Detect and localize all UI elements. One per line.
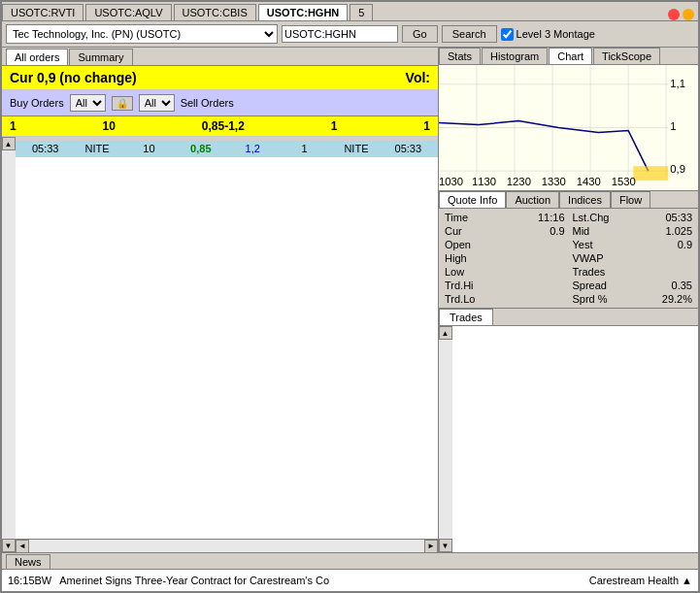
cur-text: Cur 0,9 (no change) bbox=[10, 70, 137, 85]
news-time: 16:15 bbox=[8, 575, 35, 586]
svg-text:0,9: 0,9 bbox=[670, 163, 685, 175]
lock-icon-button[interactable]: 🔒 bbox=[112, 96, 133, 111]
sell-orders-label: Sell Orders bbox=[181, 97, 234, 109]
tab-aqlv[interactable]: USOTC:AQLV bbox=[85, 4, 171, 20]
qi-spread: Spread 0.35 bbox=[571, 279, 695, 292]
h-scroll-track bbox=[29, 540, 424, 553]
qi-sprdpct: Sprd % 29.2% bbox=[571, 292, 695, 306]
tab-rvti[interactable]: USOTC:RVTI bbox=[2, 4, 83, 20]
news-tab-row: News bbox=[2, 553, 698, 569]
subtab-summary[interactable]: Summary bbox=[69, 49, 132, 65]
qi-trades: Trades bbox=[571, 265, 695, 279]
tab-histogram[interactable]: Histogram bbox=[482, 48, 548, 64]
order-summary-row: 1 10 0,85-1,2 1 1 bbox=[2, 116, 438, 137]
qi-trades-label: Trades bbox=[573, 266, 606, 278]
trades-tab-bar: Trades bbox=[439, 309, 698, 326]
qi-time-value: 11:16 bbox=[538, 212, 565, 223]
row-time2: 05:33 bbox=[383, 143, 434, 154]
right-tab-bar: Stats Histogram Chart TickScope bbox=[439, 48, 698, 65]
tab-chart[interactable]: Chart bbox=[549, 48, 592, 64]
buy-filter-select[interactable]: All bbox=[70, 94, 106, 112]
window-controls bbox=[668, 9, 698, 20]
news-ticker: Carestream Health ▲ bbox=[589, 575, 692, 586]
chart-svg: 1,1 1 0,9 1030 1130 1230 1330 1430 1530 bbox=[439, 65, 698, 190]
qi-low: Low bbox=[443, 265, 567, 279]
row-ask: 1,2 bbox=[227, 143, 279, 154]
quote-tab-indices[interactable]: Indices bbox=[559, 191, 611, 208]
qi-trdhi: Trd.Hi bbox=[443, 279, 567, 292]
row-firm1: NITE bbox=[71, 143, 122, 154]
trades-scroll-track bbox=[439, 340, 452, 539]
search-button[interactable]: Search bbox=[442, 25, 497, 43]
scroll-down-btn[interactable]: ▼ bbox=[2, 539, 16, 552]
qi-cur-label: Cur bbox=[445, 225, 462, 237]
news-tab[interactable]: News bbox=[6, 554, 50, 569]
qi-sprdpct-label: Sprd % bbox=[573, 293, 608, 305]
qi-yest-label: Yest bbox=[573, 239, 593, 250]
tab-bar: USOTC:RVTI USOTC:AQLV USOTC:CBIS USOTC:H… bbox=[2, 2, 698, 21]
qi-lstchg-value: 05:33 bbox=[665, 212, 692, 223]
trades-scroll-up[interactable]: ▲ bbox=[439, 326, 452, 340]
tab-tickscope[interactable]: TickScope bbox=[593, 48, 660, 64]
scroll-track bbox=[2, 150, 16, 539]
scroll-left-btn[interactable]: ◄ bbox=[16, 540, 29, 553]
minimize-button[interactable] bbox=[683, 9, 694, 20]
summary-col1: 1 bbox=[10, 119, 17, 133]
qi-trdlo-label: Trd.Lo bbox=[445, 293, 475, 305]
summary-col3: 0,85-1,2 bbox=[202, 119, 245, 133]
go-button[interactable]: Go bbox=[402, 25, 438, 43]
symbol-input[interactable] bbox=[282, 25, 398, 43]
qi-trdhi-label: Trd.Hi bbox=[445, 280, 474, 291]
qi-vwap-label: VWAP bbox=[573, 252, 604, 264]
side-scrollbar[interactable]: ▲ ▼ bbox=[2, 137, 16, 552]
main-window: USOTC:RVTI USOTC:AQLV USOTC:CBIS USOTC:H… bbox=[0, 0, 700, 593]
qi-mid: Mid 1.025 bbox=[571, 224, 695, 238]
buy-orders-label: Buy Orders bbox=[10, 97, 64, 109]
svg-rect-10 bbox=[633, 166, 668, 181]
left-panel: All orders Summary Cur 0,9 (no change) V… bbox=[2, 48, 439, 552]
svg-text:1: 1 bbox=[670, 121, 676, 133]
table-row: 05:33 NITE 10 0,85 1,2 1 NITE 05:33 bbox=[16, 141, 438, 157]
scroll-up-btn[interactable]: ▲ bbox=[2, 137, 16, 150]
svg-text:1030: 1030 bbox=[439, 176, 463, 187]
svg-text:1230: 1230 bbox=[507, 176, 531, 187]
quote-tab-bar: Quote Info Auction Indices Flow bbox=[439, 191, 698, 209]
order-header: Cur 0,9 (no change) Vol: bbox=[2, 66, 438, 90]
level3-label: Level 3 Montage bbox=[517, 28, 595, 40]
row-firm2: NITE bbox=[330, 143, 382, 154]
tab-hghn[interactable]: USOTC:HGHN bbox=[258, 4, 349, 20]
news-source: BW bbox=[35, 575, 52, 586]
quote-left-col: Time 11:16 Cur 0.9 Open bbox=[443, 211, 567, 306]
tab-stats[interactable]: Stats bbox=[439, 48, 481, 64]
level3-check: Level 3 Montage bbox=[501, 28, 595, 41]
summary-col4: 1 bbox=[331, 119, 338, 133]
level3-checkbox[interactable] bbox=[501, 28, 514, 41]
order-list-container: ▲ ▼ 05:33 NITE 10 0,85 1,2 1 bbox=[2, 137, 438, 552]
close-button[interactable] bbox=[668, 9, 680, 20]
sell-filter-select[interactable]: All bbox=[139, 94, 175, 112]
ticker-select[interactable]: Tec Technology, Inc. (PN) (USOTC) bbox=[6, 24, 278, 44]
content-area: All orders Summary Cur 0,9 (no change) V… bbox=[2, 48, 698, 552]
qi-time: Time 11:16 bbox=[443, 211, 567, 224]
scroll-right-btn[interactable]: ► bbox=[424, 540, 438, 553]
left-subtab-bar: All orders Summary bbox=[2, 48, 438, 66]
quote-info-grid: Time 11:16 Cur 0.9 Open bbox=[439, 209, 698, 308]
horiz-scrollbar[interactable]: ◄ ► bbox=[16, 539, 438, 552]
trades-tab[interactable]: Trades bbox=[439, 309, 493, 325]
svg-text:1430: 1430 bbox=[577, 176, 601, 187]
subtab-all-orders[interactable]: All orders bbox=[6, 49, 68, 65]
quote-panel: Quote Info Auction Indices Flow Time 11:… bbox=[439, 191, 698, 552]
quote-tab-auction[interactable]: Auction bbox=[506, 191, 559, 208]
qi-spread-value: 0.35 bbox=[672, 280, 692, 291]
qi-open-label: Open bbox=[445, 239, 471, 250]
tab-cbis[interactable]: USOTC:CBIS bbox=[174, 4, 256, 20]
quote-tab-flow[interactable]: Flow bbox=[611, 191, 650, 208]
trades-scrollbar[interactable]: ▲ ▼ bbox=[439, 326, 452, 552]
qi-spread-label: Spread bbox=[573, 280, 607, 291]
svg-text:1530: 1530 bbox=[612, 176, 636, 187]
trades-scroll-down[interactable]: ▼ bbox=[439, 539, 452, 552]
news-content: 16:15 BW Amerinet Signs Three-Year Contr… bbox=[2, 569, 698, 591]
qi-yest: Yest 0.9 bbox=[571, 238, 695, 251]
quote-tab-info[interactable]: Quote Info bbox=[439, 191, 506, 208]
tab-5[interactable]: 5 bbox=[350, 4, 373, 20]
